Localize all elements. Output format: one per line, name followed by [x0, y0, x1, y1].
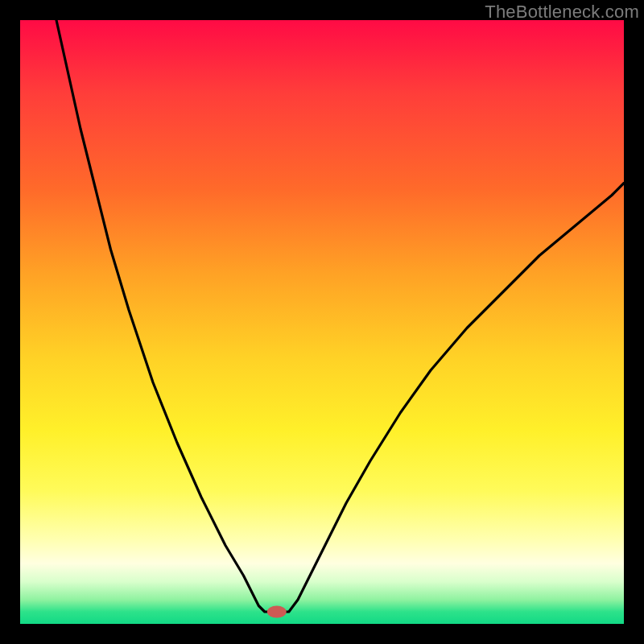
plot-area: [20, 20, 624, 624]
chart-svg: [20, 20, 624, 624]
chart-frame: TheBottleneck.com: [0, 0, 644, 644]
optimum-marker: [267, 606, 287, 618]
bottleneck-curve: [56, 20, 624, 612]
